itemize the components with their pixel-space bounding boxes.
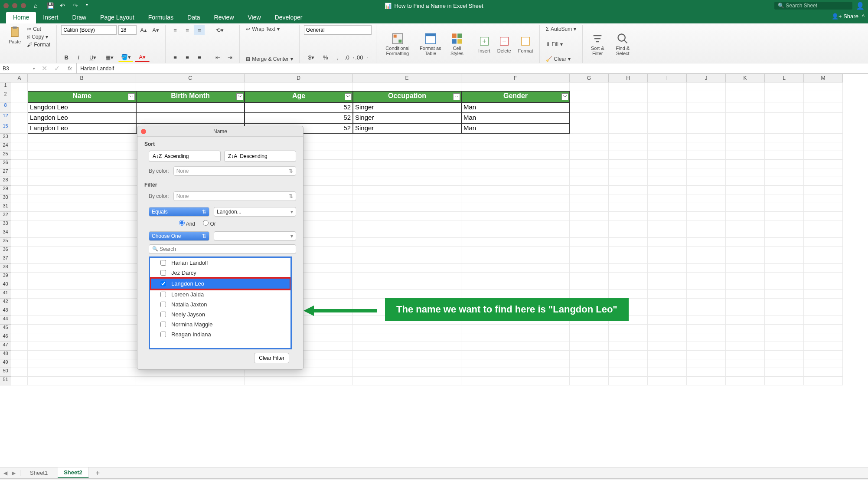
col-header-K[interactable]: K [726, 74, 765, 82]
paste-button[interactable]: Paste [7, 25, 23, 45]
enter-formula-icon[interactable]: ✓ [51, 64, 63, 72]
cell-birth[interactable] [136, 102, 245, 113]
table-row[interactable]: Langdon Leo 52 Singer Man [11, 102, 843, 113]
qat-dropdown-icon[interactable]: ▾ [86, 2, 93, 9]
tab-page-layout[interactable]: Page Layout [93, 12, 141, 23]
align-left-icon[interactable]: ≡ [170, 53, 180, 62]
currency-button[interactable]: $▾ [304, 53, 319, 62]
format-painter-button[interactable]: 🖌 Format [25, 41, 52, 49]
filter-dropdown-icon[interactable] [236, 93, 243, 100]
merge-center-button[interactable]: ⊞ Merge & Center ▾ [244, 55, 295, 63]
name-box[interactable]: B3▾ [0, 63, 38, 73]
filter-dropdown-icon[interactable] [561, 93, 568, 100]
filter-checkbox[interactable] [160, 270, 166, 276]
increase-font-icon[interactable]: A▴ [138, 25, 149, 35]
filter-search-input[interactable] [149, 244, 296, 254]
filter-list-item[interactable]: Loreen Jaida [150, 289, 290, 299]
italic-button[interactable]: I [73, 53, 84, 62]
row-header[interactable]: 49 [0, 359, 11, 368]
col-header-G[interactable]: G [570, 74, 609, 82]
cell-birth[interactable] [136, 113, 245, 123]
cancel-formula-icon[interactable]: ✕ [38, 64, 51, 72]
formula-input[interactable]: Harlan Landolf [77, 66, 117, 72]
font-select[interactable] [61, 25, 117, 35]
sheet-tab-2[interactable]: Sheet2 [58, 467, 89, 478]
filter-and-radio[interactable]: And [179, 220, 195, 227]
align-center-icon[interactable]: ≡ [182, 53, 193, 62]
row-header[interactable]: 42 [0, 299, 11, 307]
filter-list-item[interactable]: Neely Jayson [150, 309, 290, 319]
row-header[interactable]: 33 [0, 220, 11, 229]
row-header[interactable]: 50 [0, 368, 11, 377]
filter-list-item[interactable]: Reagan Indiana [150, 329, 290, 339]
row-header[interactable]: 12 [0, 113, 11, 123]
close-window-icon[interactable] [3, 3, 9, 8]
search-sheet-input[interactable]: 🔍 Search Sheet [774, 2, 852, 10]
row-header[interactable]: 43 [0, 307, 11, 316]
align-middle-icon[interactable]: ≡ [182, 25, 193, 35]
filter-checkbox[interactable] [160, 281, 166, 286]
table-header-gender[interactable]: Gender [461, 91, 570, 102]
filter-checkbox[interactable] [160, 260, 166, 266]
row-header[interactable]: 46 [0, 333, 11, 342]
filter-dropdown-icon[interactable] [453, 93, 460, 100]
row-header[interactable]: 45 [0, 325, 11, 333]
dialog-close-icon[interactable] [141, 129, 146, 134]
fill-color-button[interactable]: 🪣▾ [118, 53, 133, 62]
tab-data[interactable]: Data [180, 12, 207, 23]
percent-button[interactable]: % [320, 53, 331, 62]
col-header-E[interactable]: E [353, 74, 461, 82]
filter-condition-2-select[interactable]: Choose One ⇅ [149, 231, 209, 241]
cell-gender[interactable]: Man [461, 113, 570, 123]
filter-by-color-select[interactable]: None ⇅ [173, 191, 296, 201]
tab-insert[interactable]: Insert [36, 12, 65, 23]
row-header[interactable]: 1 [0, 82, 11, 91]
filter-condition-1-select[interactable]: Equals ⇅ [149, 207, 209, 217]
col-header-M[interactable]: M [804, 74, 843, 82]
table-header-age[interactable]: Age [245, 91, 353, 102]
increase-indent-icon[interactable]: ⇥ [225, 53, 235, 62]
filter-values-list[interactable]: Harlan Landolf Jez Darcy Langdon Leo Lor… [149, 256, 292, 349]
row-header[interactable]: 8 [0, 102, 11, 113]
row-header[interactable]: 34 [0, 229, 11, 238]
align-bottom-icon[interactable]: ≡ [194, 25, 205, 35]
filter-or-radio[interactable]: Or [203, 220, 216, 227]
filter-checkbox[interactable] [160, 332, 166, 337]
filter-list-item[interactable]: Normina Maggie [150, 319, 290, 329]
cells-area[interactable]: Name Birth Month Age Occupation Gender L… [11, 82, 843, 467]
tab-developer[interactable]: Developer [268, 12, 310, 23]
save-icon[interactable]: 💾 [47, 2, 54, 9]
tab-formulas[interactable]: Formulas [141, 12, 180, 23]
collapse-ribbon-icon[interactable]: ^ [862, 13, 865, 20]
sort-ascending-button[interactable]: A↓ZAscending [149, 151, 221, 162]
row-header[interactable]: 28 [0, 177, 11, 186]
decrease-indent-icon[interactable]: ⇤ [212, 53, 223, 62]
filter-list-item[interactable]: Jez Darcy [150, 268, 290, 278]
underline-button[interactable]: U▾ [85, 53, 100, 62]
format-as-table-button[interactable]: Format as Table [418, 32, 443, 57]
cell-name[interactable]: Langdon Leo [28, 123, 136, 134]
filter-list-item[interactable]: Langdon Leo [149, 277, 291, 290]
row-header[interactable]: 23 [0, 134, 11, 142]
fx-icon[interactable]: fx [63, 63, 77, 73]
align-top-icon[interactable]: ≡ [170, 25, 180, 35]
sort-descending-button[interactable]: Z↓ADescending [224, 151, 296, 162]
filter-value-1-select[interactable]: Langdon... ▾ [214, 207, 296, 217]
decrease-decimal-icon[interactable]: .00→ [357, 53, 367, 62]
filter-checkbox[interactable] [160, 292, 166, 297]
row-header[interactable]: 36 [0, 247, 11, 255]
table-row[interactable]: Langdon Leo 52 Singer Man [11, 123, 843, 134]
col-header-D[interactable]: D [245, 74, 353, 82]
row-header[interactable]: 51 [0, 377, 11, 385]
comma-button[interactable]: , [333, 53, 343, 62]
cell-gender[interactable]: Man [461, 102, 570, 113]
conditional-formatting-button[interactable]: Conditional Formatting [381, 32, 414, 57]
sort-filter-button[interactable]: Sort & Filter [587, 32, 608, 57]
bold-button[interactable]: B [61, 53, 72, 62]
cut-button[interactable]: ✂ Cut [25, 25, 52, 33]
autosum-button[interactable]: Σ AutoSum ▾ [544, 25, 578, 33]
row-header[interactable]: 40 [0, 281, 11, 290]
share-button[interactable]: 👤+ Share [832, 13, 858, 20]
row-header[interactable]: 47 [0, 342, 11, 351]
table-header-birth[interactable]: Birth Month [136, 91, 245, 102]
